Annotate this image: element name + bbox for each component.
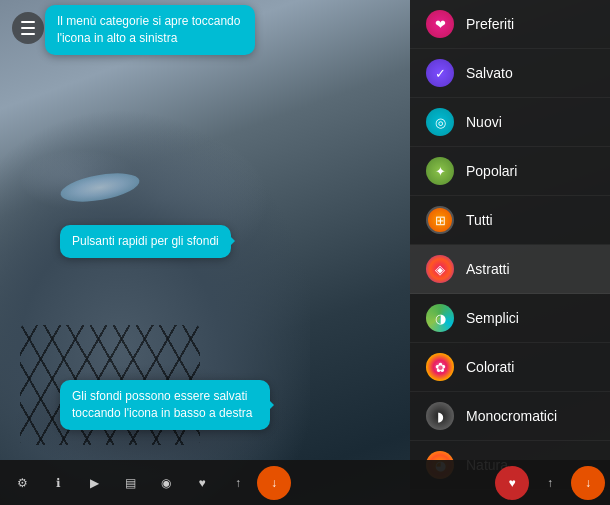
eye-icon: ◉ [161, 476, 171, 490]
nuovi-icon: ◎ [426, 108, 454, 136]
preview-button[interactable]: ◉ [149, 466, 183, 500]
tooltip-shortcuts-text: Pulsanti rapidi per gli sfondi [72, 234, 219, 248]
play-button[interactable]: ▶ [77, 466, 111, 500]
colorati-label: Colorati [466, 359, 514, 375]
download-button[interactable]: ↓ [257, 466, 291, 500]
menu-item-semplici[interactable]: ◑Semplici [410, 294, 610, 343]
popolari-label: Popolari [466, 163, 517, 179]
tooltip-menu: Il menù categorie si apre toccando l'ico… [45, 5, 255, 55]
heart-icon: ♥ [198, 476, 205, 490]
astratti-label: Astratti [466, 261, 510, 277]
astratti-icon: ◈ [426, 255, 454, 283]
download-right-icon: ↓ [585, 476, 591, 490]
menu-toggle-button[interactable] [12, 12, 44, 44]
tooltip-menu-text: Il menù categorie si apre toccando l'ico… [57, 14, 240, 45]
share-right-icon: ↑ [547, 476, 553, 490]
monocromatici-icon: ◗ [426, 402, 454, 430]
menu-item-colorati[interactable]: ✿Colorati [410, 343, 610, 392]
menu-item-astratti[interactable]: ◈Astratti [410, 245, 610, 294]
favorite-button[interactable]: ♥ [185, 466, 219, 500]
share-icon: ↑ [235, 476, 241, 490]
menu-item-tutti[interactable]: ⊞Tutti [410, 196, 610, 245]
bottom-toolbar: ⚙ ℹ ▶ ▤ ◉ ♥ ↑ ↓ ♥ ↑ ↓ [0, 460, 610, 505]
share-right-button[interactable]: ↑ [533, 466, 567, 500]
favorite-right-button[interactable]: ♥ [495, 466, 529, 500]
tooltip-save: Gli sfondi possono essere salvati toccan… [60, 380, 270, 430]
tutti-icon: ⊞ [426, 206, 454, 234]
download-icon: ↓ [271, 476, 277, 490]
semplici-icon: ◑ [426, 304, 454, 332]
nuovi-label: Nuovi [466, 114, 502, 130]
share-button[interactable]: ↑ [221, 466, 255, 500]
settings-icon: ⚙ [17, 476, 28, 490]
salvato-icon: ✓ [426, 59, 454, 87]
folder-icon: ▤ [125, 476, 136, 490]
menu-item-nuovi[interactable]: ◎Nuovi [410, 98, 610, 147]
preferiti-icon: ❤ [426, 10, 454, 38]
info-icon: ℹ [56, 476, 61, 490]
info-button[interactable]: ℹ [41, 466, 75, 500]
preferiti-label: Preferiti [466, 16, 514, 32]
salvato-label: Salvato [466, 65, 513, 81]
menu-item-preferiti[interactable]: ❤Preferiti [410, 0, 610, 49]
semplici-label: Semplici [466, 310, 519, 326]
menu-item-monocromatici[interactable]: ◗Monocromatici [410, 392, 610, 441]
toolbar-right-group: ♥ ↑ ↓ [490, 466, 610, 500]
tooltip-shortcuts: Pulsanti rapidi per gli sfondi [60, 225, 231, 258]
tooltip-save-text: Gli sfondi possono essere salvati toccan… [72, 389, 252, 420]
tutti-label: Tutti [466, 212, 493, 228]
folder-button[interactable]: ▤ [113, 466, 147, 500]
monocromatici-label: Monocromatici [466, 408, 557, 424]
popolari-icon: ✦ [426, 157, 454, 185]
category-menu: ❤Preferiti✓Salvato◎Nuovi✦Popolari⊞Tutti◈… [410, 0, 610, 505]
menu-item-popolari[interactable]: ✦Popolari [410, 147, 610, 196]
download-right-button[interactable]: ↓ [571, 466, 605, 500]
play-icon: ▶ [90, 476, 99, 490]
toolbar-left-group: ⚙ ℹ ▶ ▤ ◉ ♥ ↑ ↓ [0, 466, 490, 500]
colorati-icon: ✿ [426, 353, 454, 381]
menu-item-salvato[interactable]: ✓Salvato [410, 49, 610, 98]
heart-right-icon: ♥ [508, 476, 515, 490]
settings-button[interactable]: ⚙ [5, 466, 39, 500]
